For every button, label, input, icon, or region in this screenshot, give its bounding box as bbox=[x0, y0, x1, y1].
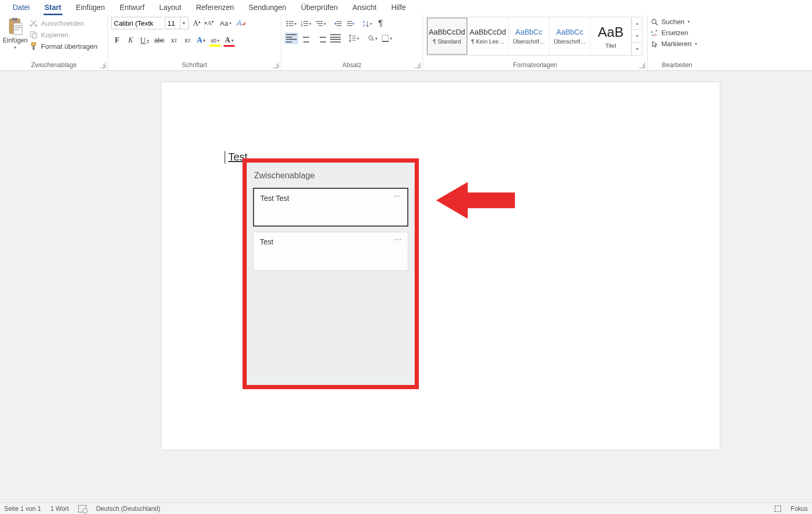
find-button[interactable]: Suchen bbox=[651, 18, 690, 26]
styles-down-icon[interactable]: ▾ bbox=[632, 30, 642, 42]
increase-indent-button[interactable] bbox=[345, 18, 356, 29]
grow-font-button[interactable]: A▴ bbox=[191, 17, 203, 29]
status-word-count[interactable]: 1 Wort bbox=[50, 505, 69, 512]
multilevel-list-button[interactable] bbox=[314, 18, 328, 29]
clipboard-item-menu-icon[interactable]: ⋯ bbox=[394, 235, 403, 244]
svg-rect-23 bbox=[303, 25, 308, 26]
clear-formatting-button[interactable]: A◢ bbox=[235, 17, 247, 29]
underline-button[interactable]: U bbox=[139, 35, 151, 46]
change-case-button[interactable]: Aa bbox=[218, 17, 233, 29]
svg-rect-36 bbox=[352, 38, 356, 38]
clipboard-item-text: Test bbox=[260, 238, 273, 246]
styles-dialog-launcher[interactable] bbox=[639, 62, 645, 68]
paste-dropdown-icon[interactable]: ▾ bbox=[14, 45, 16, 50]
font-color-button[interactable]: A bbox=[223, 35, 235, 46]
clipboard-item-0[interactable]: Test Test⋯ bbox=[253, 188, 408, 227]
svg-rect-25 bbox=[317, 23, 323, 24]
document-page[interactable]: Test Zwischenablage Test Test⋯Test⋯ bbox=[162, 82, 720, 449]
ribbon: Einfügen ▾ Ausschneiden Kopieren Format … bbox=[0, 15, 812, 71]
clipboard-dialog-launcher[interactable] bbox=[100, 62, 106, 68]
sort-button[interactable]: AZ bbox=[361, 18, 374, 29]
copy-icon bbox=[29, 30, 38, 39]
align-right-button[interactable] bbox=[314, 33, 328, 44]
italic-button[interactable]: K bbox=[125, 35, 136, 46]
style-tile-3[interactable]: AaBbCcÜberschrif… bbox=[550, 17, 590, 55]
svg-rect-29 bbox=[336, 25, 342, 26]
borders-button[interactable] bbox=[380, 33, 394, 44]
svg-rect-17 bbox=[289, 25, 293, 26]
chevron-down-icon[interactable]: ▾ bbox=[180, 17, 187, 29]
svg-rect-15 bbox=[289, 23, 293, 24]
group-paragraph-label: Absatz bbox=[284, 60, 419, 70]
clipboard-item-1[interactable]: Test⋯ bbox=[253, 232, 408, 271]
select-label: Markieren bbox=[661, 40, 692, 48]
bold-button[interactable]: F bbox=[111, 35, 123, 46]
focus-icon bbox=[775, 506, 781, 512]
tab-datei[interactable]: Datei bbox=[5, 1, 37, 15]
paste-button[interactable]: Einfügen ▾ bbox=[3, 17, 27, 50]
styles-scroll[interactable]: ▴▾▾ bbox=[631, 17, 642, 55]
show-marks-button[interactable]: ¶ bbox=[375, 18, 386, 29]
style-tile-2[interactable]: AaBbCcÜberschrif… bbox=[509, 17, 550, 55]
highlight-button[interactable]: ab bbox=[209, 35, 221, 46]
align-justify-button[interactable] bbox=[329, 33, 342, 44]
tab-einfuegen[interactable]: Einfügen bbox=[69, 1, 112, 15]
style-tile-1[interactable]: AaBbCcDd¶ Kein Lee… bbox=[468, 17, 509, 55]
svg-rect-11 bbox=[33, 46, 35, 50]
font-name-input[interactable] bbox=[112, 17, 204, 29]
clipboard-item-menu-icon[interactable]: ⋯ bbox=[394, 192, 402, 200]
svg-rect-9 bbox=[33, 33, 37, 38]
text-effects-button[interactable]: A bbox=[195, 35, 207, 46]
font-dialog-launcher[interactable] bbox=[273, 62, 279, 68]
cut-button[interactable]: Ausschneiden bbox=[29, 19, 98, 27]
tab-sendungen[interactable]: Sendungen bbox=[241, 1, 294, 15]
paste-icon bbox=[7, 18, 23, 36]
align-center-button[interactable] bbox=[299, 33, 313, 44]
paragraph-dialog-launcher[interactable] bbox=[415, 62, 420, 68]
svg-text:Z: Z bbox=[363, 24, 365, 27]
subscript-button[interactable]: x2 bbox=[168, 35, 180, 46]
copy-button[interactable]: Kopieren bbox=[29, 30, 98, 39]
styles-up-icon[interactable]: ▴ bbox=[632, 17, 642, 30]
style-tile-0[interactable]: AaBbCcDd¶ Standard bbox=[427, 17, 468, 55]
svg-rect-32 bbox=[347, 25, 352, 26]
svg-point-38 bbox=[373, 39, 374, 41]
group-paragraph: 123 AZ ¶ Absatz bbox=[281, 15, 423, 70]
svg-point-14 bbox=[287, 23, 288, 25]
strikethrough-button[interactable]: abc bbox=[153, 35, 166, 46]
status-focus[interactable]: Fokus bbox=[790, 505, 808, 512]
select-button[interactable]: Markieren bbox=[651, 40, 697, 48]
shrink-font-button[interactable]: A▾ bbox=[205, 17, 216, 29]
decrease-indent-button[interactable] bbox=[332, 18, 344, 29]
tab-hilfe[interactable]: Hilfe bbox=[384, 1, 413, 15]
font-size-input[interactable] bbox=[165, 17, 180, 29]
status-page[interactable]: Seite 1 von 1 bbox=[4, 505, 41, 512]
bullets-button[interactable] bbox=[284, 18, 298, 29]
format-painter-button[interactable]: Format übertragen bbox=[29, 42, 98, 50]
paste-label: Einfügen bbox=[3, 37, 27, 44]
tab-referenzen[interactable]: Referenzen bbox=[188, 1, 241, 15]
svg-rect-35 bbox=[352, 36, 356, 36]
clipboard-popup[interactable]: Zwischenablage Test Test⋯Test⋯ bbox=[247, 163, 415, 385]
font-name-combo[interactable]: ▾ bbox=[111, 17, 163, 29]
numbering-button[interactable]: 123 bbox=[299, 18, 313, 29]
superscript-button[interactable]: x2 bbox=[182, 35, 193, 46]
align-left-button[interactable] bbox=[284, 33, 298, 44]
styles-more-icon[interactable]: ▾ bbox=[632, 43, 642, 55]
replace-button[interactable]: ab Ersetzen bbox=[651, 29, 688, 37]
shading-button[interactable] bbox=[365, 33, 379, 44]
tab-layout[interactable]: Layout bbox=[152, 1, 188, 15]
tab-ueberpruefen[interactable]: Überprüfen bbox=[293, 1, 345, 15]
tab-entwurf[interactable]: Entwurf bbox=[112, 1, 152, 15]
font-size-combo[interactable]: ▾ bbox=[165, 17, 189, 29]
style-name: Überschrif… bbox=[513, 38, 545, 45]
tab-ansicht[interactable]: Ansicht bbox=[345, 1, 384, 15]
tab-start[interactable]: Start bbox=[37, 1, 69, 15]
document-area[interactable]: Test Zwischenablage Test Test⋯Test⋯ bbox=[0, 71, 812, 502]
status-language[interactable]: Deutsch (Deutschland) bbox=[96, 505, 160, 512]
svg-rect-27 bbox=[336, 21, 342, 22]
group-font: ▾ ▾ A▴ A▾ Aa A◢ F K U abc x2 x2 A ab bbox=[108, 15, 281, 70]
spellcheck-icon[interactable] bbox=[78, 505, 87, 512]
line-spacing-button[interactable] bbox=[347, 33, 361, 44]
style-tile-4[interactable]: AaBTitel bbox=[590, 17, 631, 55]
